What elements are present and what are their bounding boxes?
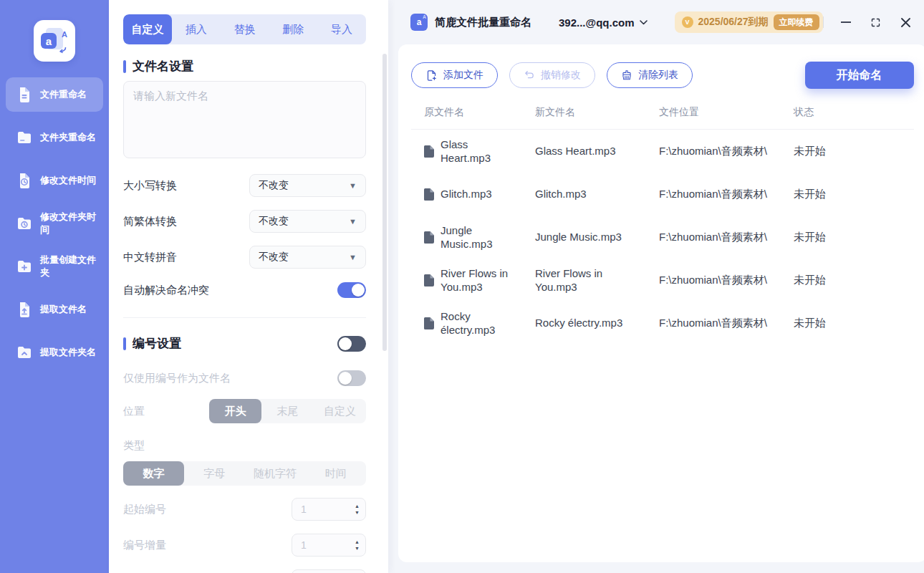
original-filename: Jungle Music.mp3 — [441, 223, 512, 251]
new-filename: River Flows in You.mp3 — [535, 266, 637, 294]
increment-stepper[interactable]: 1 ▲▼ — [292, 534, 366, 557]
chevron-down-icon: ▼ — [349, 181, 357, 190]
tab-custom[interactable]: 自定义 — [123, 14, 172, 44]
account-menu[interactable]: 392...@qq.com — [559, 16, 648, 29]
traditional-convert-select[interactable]: 不改变 ▼ — [249, 210, 366, 233]
type-option-time[interactable]: 时间 — [305, 461, 366, 486]
folder-plus-icon — [16, 258, 33, 275]
status-text: 未开始 — [794, 188, 914, 201]
file-icon — [424, 145, 434, 158]
vip-icon: V — [682, 16, 693, 28]
new-filename: Glass Heart.mp3 — [535, 144, 637, 158]
pinyin-convert-value: 不改变 — [259, 251, 289, 264]
file-icon — [424, 274, 434, 286]
clear-list-button[interactable]: 清除列表 — [607, 62, 693, 88]
clear-list-label: 清除列表 — [638, 69, 678, 82]
conflict-resolve-toggle[interactable] — [337, 282, 366, 298]
sidebar-item-folder-rename[interactable]: 文件夹重命名 — [6, 120, 103, 155]
file-export-icon — [16, 301, 33, 318]
status-text: 未开始 — [794, 274, 914, 287]
case-convert-label: 大小写转换 — [123, 179, 177, 193]
undo-button[interactable]: 撤销修改 — [509, 62, 595, 88]
position-option-end[interactable]: 末尾 — [261, 399, 314, 423]
status-text: 未开始 — [794, 231, 914, 244]
sidebar-item-label: 提取文件夹名 — [40, 346, 96, 359]
stepper-arrows-icon[interactable]: ▲▼ — [355, 539, 360, 551]
add-file-icon — [425, 69, 438, 82]
file-clock-icon — [16, 172, 33, 189]
new-filename-input[interactable] — [123, 81, 366, 158]
logo-arrow-icon — [58, 47, 67, 54]
increment-label: 编号增量 — [123, 539, 166, 552]
position-label: 位置 — [123, 405, 145, 418]
case-convert-select[interactable]: 不改变 ▼ — [249, 174, 366, 197]
folder-clock-icon — [16, 215, 33, 232]
mode-tabbar: 自定义 插入 替换 删除 导入 — [123, 14, 366, 44]
traditional-convert-value: 不改变 — [259, 215, 289, 228]
window-controls — [823, 16, 913, 29]
table-row[interactable]: Glitch.mp3 Glitch.mp3 F:\zhuomian\音频素材\ … — [411, 173, 914, 216]
sidebar-item-folder-time[interactable]: 修改文件夹时间 — [6, 206, 103, 241]
sidebar-item-label: 修改文件时间 — [40, 174, 96, 187]
close-button[interactable] — [900, 16, 913, 29]
pinyin-convert-label: 中文转拼音 — [123, 251, 177, 264]
close-icon — [901, 18, 910, 27]
case-convert-value: 不改变 — [259, 179, 289, 192]
file-location: F:\zhuomian\音频素材\ — [659, 188, 794, 201]
start-rename-button[interactable]: 开始命名 — [805, 62, 914, 89]
type-option-number[interactable]: 数字 — [123, 461, 184, 486]
sidebar-item-file-time[interactable]: 修改文件时间 — [6, 163, 103, 198]
pinyin-convert-select[interactable]: 不改变 ▼ — [249, 246, 366, 269]
type-option-random[interactable]: 随机字符 — [245, 461, 306, 486]
sidebar-menu: 文件重命名 文件夹重命名 修改文件时间 修改文件夹时间 批量创建文件夹 提取文件… — [0, 77, 109, 378]
sidebar-item-label: 文件夹重命名 — [40, 131, 96, 144]
position-option-custom[interactable]: 自定义 — [314, 399, 366, 423]
tab-import[interactable]: 导入 — [317, 14, 366, 44]
sidebar-item-extract-filenames[interactable]: 提取文件名 — [6, 292, 103, 327]
only-number-toggle[interactable] — [337, 370, 366, 386]
maximize-button[interactable] — [870, 16, 882, 29]
start-number-stepper[interactable]: 1 ▲▼ — [292, 498, 366, 521]
table-row[interactable]: Jungle Music.mp3 Jungle Music.mp3 F:\zhu… — [411, 216, 914, 259]
tab-replace[interactable]: 替换 — [221, 14, 269, 44]
minimize-button[interactable] — [839, 16, 852, 29]
sidebar-item-file-rename[interactable]: 文件重命名 — [6, 77, 103, 112]
undo-icon — [524, 69, 535, 81]
numbering-toggle[interactable] — [337, 336, 366, 352]
new-filename: Rocky électry.mp3 — [535, 316, 637, 330]
file-table: 原文件名 新文件名 文件位置 状态 Glass Heart.mp3 Glass … — [411, 106, 914, 345]
new-filename: Glitch.mp3 — [535, 187, 637, 201]
tab-insert[interactable]: 插入 — [172, 14, 221, 44]
table-header: 原文件名 新文件名 文件位置 状态 — [411, 106, 914, 130]
start-number-value: 1 — [301, 504, 307, 515]
app-logo: a A — [34, 20, 75, 62]
original-filename: Glitch.mp3 — [441, 187, 512, 201]
tab-delete[interactable]: 删除 — [269, 14, 317, 44]
stepper-arrows-icon[interactable]: ▲▼ — [355, 504, 360, 515]
col-status: 状态 — [794, 106, 914, 119]
section-accent-bar — [123, 337, 126, 350]
clipped-stepper[interactable]: ▲▼ — [292, 569, 366, 573]
file-location: F:\zhuomian\音频素材\ — [659, 317, 794, 330]
app-title: 简鹿文件批量重命名 — [435, 16, 531, 29]
file-location: F:\zhuomian\音频素材\ — [659, 231, 794, 244]
col-new-name: 新文件名 — [535, 106, 659, 119]
broom-icon — [621, 69, 632, 81]
titlebar: a A 简鹿文件批量重命名 392...@qq.com V 2025/06/27… — [388, 0, 924, 44]
logo-letter-a-small: A — [62, 30, 67, 39]
type-option-letter[interactable]: 字母 — [184, 461, 245, 486]
add-files-button[interactable]: 添加文件 — [411, 62, 498, 88]
sidebar-item-create-folders[interactable]: 批量创建文件夹 — [6, 249, 103, 284]
position-segmented-control: 开头 末尾 自定义 — [209, 399, 366, 423]
traditional-convert-label: 简繁体转换 — [123, 215, 177, 228]
original-filename: Rocky électry.mp3 — [441, 309, 512, 337]
table-row[interactable]: River Flows in You.mp3 River Flows in Yo… — [411, 259, 914, 302]
table-row[interactable]: Glass Heart.mp3 Glass Heart.mp3 F:\zhuom… — [411, 130, 914, 173]
table-row[interactable]: Rocky électry.mp3 Rocky électry.mp3 F:\z… — [411, 302, 914, 345]
license-badge: V 2025/06/27到期 立即续费 — [675, 11, 823, 33]
position-option-start[interactable]: 开头 — [209, 399, 261, 423]
renew-button[interactable]: 立即续费 — [774, 14, 819, 30]
panel-scrollbar[interactable] — [382, 54, 387, 351]
sidebar-item-extract-foldernames[interactable]: 提取文件夹名 — [6, 335, 103, 370]
increment-value: 1 — [301, 539, 307, 551]
